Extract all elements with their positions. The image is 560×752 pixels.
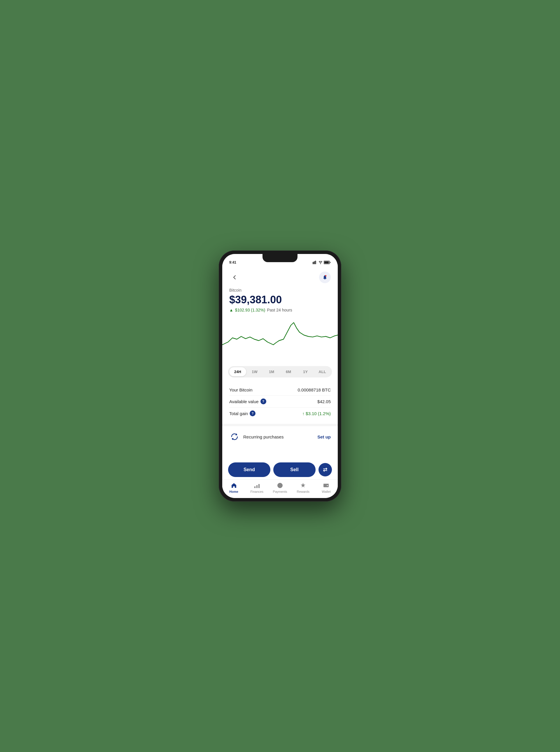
price-change: ▲ $102.93 (1.32%) Past 24 hours [229, 308, 331, 312]
svg-text:$: $ [279, 484, 281, 487]
nav-rewards-label: Rewards [297, 490, 309, 493]
available-value-help-icon[interactable]: ? [260, 399, 266, 404]
rewards-icon [300, 482, 306, 489]
finances-icon [254, 482, 260, 489]
nav-rewards[interactable]: Rewards [292, 482, 315, 493]
price-chart [222, 317, 338, 364]
your-bitcoin-value: 0.00088718 BTC [298, 387, 331, 392]
svg-rect-6 [324, 262, 329, 264]
svg-rect-1 [314, 261, 315, 264]
notification-button[interactable] [319, 271, 331, 283]
total-gain-row: Total gain ? ↑ $3.10 (1.2%) [229, 407, 331, 419]
nav-home-label: Home [229, 490, 238, 493]
recurring-icon [229, 431, 240, 442]
price-section: Bitcoin $39,381.00 ▲ $102.93 (1.32%) Pas… [222, 286, 338, 317]
recurring-label: Recurring purchases [243, 435, 283, 439]
svg-rect-0 [313, 262, 314, 264]
app-header [222, 267, 338, 286]
total-gain-label: Total gain ? [229, 410, 256, 416]
up-arrow-icon: ▲ [229, 308, 233, 312]
sell-button[interactable]: Sell [273, 462, 316, 477]
nav-payments-label: Payments [273, 490, 287, 493]
nav-wallet[interactable]: Wallet [315, 482, 338, 493]
time-filter-1y[interactable]: 1Y [297, 367, 314, 376]
send-button[interactable]: Send [228, 462, 271, 477]
home-icon [231, 482, 237, 489]
nav-payments[interactable]: $ Payments [268, 482, 292, 493]
svg-point-4 [320, 263, 321, 264]
nav-wallet-label: Wallet [322, 490, 331, 493]
recurring-section: Recurring purchases Set up [222, 426, 338, 447]
available-value-value: $42.05 [317, 399, 331, 404]
time-filter-all[interactable]: ALL [314, 367, 331, 376]
stats-section: Your Bitcoin 0.00088718 BTC Available va… [222, 382, 338, 424]
svg-rect-11 [258, 484, 260, 488]
svg-rect-7 [330, 262, 331, 263]
time-filter-1m[interactable]: 1M [263, 367, 280, 376]
nav-home[interactable]: Home [222, 482, 245, 493]
recurring-left: Recurring purchases [229, 431, 283, 442]
time-filter-24h[interactable]: 24H [229, 367, 246, 376]
time-filter-1w[interactable]: 1W [246, 367, 263, 376]
svg-rect-9 [254, 486, 256, 488]
setup-button[interactable]: Set up [317, 435, 331, 439]
svg-point-8 [325, 275, 326, 276]
time-filter-bar: 24H 1W 1M 6M 1Y ALL [228, 366, 332, 378]
back-button[interactable] [229, 272, 240, 283]
your-bitcoin-row: Your Bitcoin 0.00088718 BTC [229, 384, 331, 396]
coin-name: Bitcoin [229, 288, 331, 292]
change-amount: $102.93 (1.32%) [235, 308, 265, 312]
time-filter-6m[interactable]: 6M [280, 367, 297, 376]
svg-rect-10 [256, 485, 258, 488]
bottom-nav: Home Finances [222, 479, 338, 498]
swap-button[interactable] [319, 463, 332, 477]
available-value-row: Available value ? $42.05 [229, 396, 331, 407]
total-gain-value: ↑ $3.10 (1.2%) [302, 411, 331, 416]
section-divider [222, 424, 338, 426]
nav-finances-label: Finances [250, 490, 263, 493]
svg-rect-3 [316, 261, 317, 264]
your-bitcoin-label: Your Bitcoin [229, 387, 253, 392]
price-main: $39,381.00 [229, 294, 331, 306]
nav-finances[interactable]: Finances [245, 482, 268, 493]
action-bar: Send Sell [222, 459, 338, 479]
wallet-icon [323, 482, 329, 489]
total-gain-help-icon[interactable]: ? [250, 410, 256, 416]
payments-icon: $ [277, 482, 283, 489]
available-value-label: Available value ? [229, 399, 266, 404]
svg-rect-2 [315, 261, 316, 264]
change-period: Past 24 hours [267, 308, 292, 312]
svg-rect-16 [327, 485, 328, 486]
